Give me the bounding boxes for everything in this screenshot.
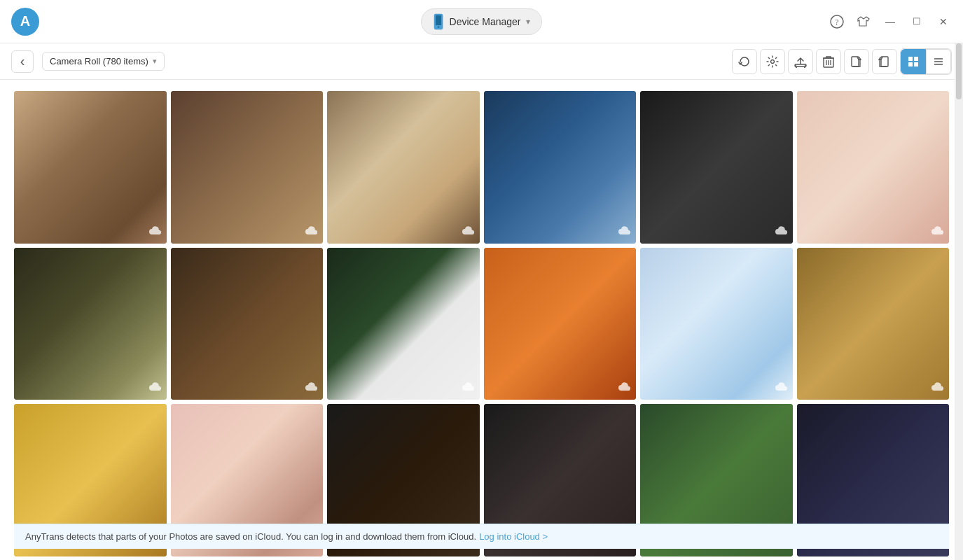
upload-button[interactable] xyxy=(788,49,813,74)
folder-chevron: ▾ xyxy=(153,57,157,66)
maximize-button[interactable]: ☐ xyxy=(908,13,925,30)
photo-item[interactable] xyxy=(14,248,167,400)
svg-point-2 xyxy=(437,26,439,28)
close-icon: ✕ xyxy=(939,16,948,27)
photo-item[interactable] xyxy=(484,248,637,400)
folder-selector[interactable]: Camera Roll (780 items) ▾ xyxy=(42,52,165,71)
svg-rect-6 xyxy=(795,64,806,66)
scrollbar[interactable] xyxy=(955,43,963,560)
photo-item[interactable] xyxy=(640,248,793,400)
photo-item[interactable] xyxy=(171,91,324,244)
svg-rect-14 xyxy=(908,57,913,61)
svg-rect-1 xyxy=(436,15,441,25)
phone-icon xyxy=(433,13,444,30)
photo-grid-container[interactable]: AnyTrans detects that parts of your Phot… xyxy=(0,80,963,560)
photo-item[interactable] xyxy=(327,248,480,400)
bottom-banner: AnyTrans detects that parts of your Phot… xyxy=(14,524,949,549)
cloud-icon xyxy=(618,225,632,239)
toolbar-actions xyxy=(732,48,952,75)
svg-rect-17 xyxy=(914,62,918,66)
export-button[interactable] xyxy=(844,49,869,74)
device-manager-chevron: ▾ xyxy=(526,17,530,27)
scrollbar-thumb[interactable] xyxy=(956,43,962,99)
refresh-button[interactable] xyxy=(732,49,757,74)
cloud-icon xyxy=(305,382,319,396)
title-bar-right: ? — ☐ ✕ xyxy=(829,13,952,30)
title-bar-left: A xyxy=(11,8,39,36)
banner-text: AnyTrans detects that parts of your Phot… xyxy=(25,531,476,542)
maximize-icon: ☐ xyxy=(913,16,921,27)
app-logo: A xyxy=(11,8,39,36)
toolbar: ‹ Camera Roll (780 items) ▾ xyxy=(0,43,963,80)
icloud-login-link[interactable]: Log into iCloud > xyxy=(479,531,548,542)
svg-rect-15 xyxy=(914,57,918,61)
cloud-icon xyxy=(618,382,632,396)
svg-point-5 xyxy=(771,59,775,63)
photo-item[interactable] xyxy=(171,248,324,400)
close-button[interactable]: ✕ xyxy=(935,13,952,30)
help-button[interactable]: ? xyxy=(829,13,845,30)
cloud-icon xyxy=(931,382,945,396)
view-toggle xyxy=(900,48,952,75)
help-icon: ? xyxy=(830,15,844,29)
settings-button[interactable] xyxy=(760,49,785,74)
cloud-icon xyxy=(148,382,162,396)
photo-item[interactable] xyxy=(327,91,480,244)
photo-item[interactable] xyxy=(14,91,167,244)
cloud-icon xyxy=(305,225,319,239)
folder-label: Camera Roll (780 items) xyxy=(50,56,148,66)
cloud-icon xyxy=(775,225,789,239)
cloud-icon xyxy=(775,382,789,396)
photo-grid xyxy=(14,91,949,560)
device-manager-label: Device Manager xyxy=(450,16,521,27)
photo-item[interactable] xyxy=(484,91,637,244)
delete-icon xyxy=(823,55,834,68)
cloud-icon xyxy=(148,225,162,239)
shirt-button[interactable] xyxy=(855,13,872,30)
minimize-button[interactable]: — xyxy=(882,13,899,30)
title-bar-center: Device Manager ▾ xyxy=(421,8,543,35)
minimize-icon: — xyxy=(885,17,895,27)
shirt-icon xyxy=(857,15,871,29)
device-manager-button[interactable]: Device Manager ▾ xyxy=(421,8,543,35)
back-button[interactable]: ‹ xyxy=(11,50,34,73)
photo-item[interactable] xyxy=(797,248,950,400)
title-bar: A Device Manager ▾ ? — xyxy=(0,0,963,43)
cloud-icon xyxy=(462,382,476,396)
settings-icon xyxy=(766,55,779,68)
import-icon xyxy=(878,55,891,68)
cloud-icon xyxy=(462,225,476,239)
list-view-icon xyxy=(933,56,944,67)
svg-rect-16 xyxy=(908,62,913,66)
photo-item[interactable] xyxy=(640,91,793,244)
svg-text:?: ? xyxy=(835,18,838,27)
grid-view-button[interactable] xyxy=(901,49,926,74)
cloud-icon xyxy=(931,225,945,239)
back-icon: ‹ xyxy=(20,53,25,69)
refresh-icon xyxy=(738,55,751,68)
list-view-button[interactable] xyxy=(926,49,951,74)
grid-view-icon xyxy=(908,56,919,67)
delete-button[interactable] xyxy=(816,49,841,74)
export-icon xyxy=(850,55,863,68)
import-button[interactable] xyxy=(872,49,897,74)
upload-icon xyxy=(794,55,807,68)
photo-item[interactable] xyxy=(797,91,950,244)
